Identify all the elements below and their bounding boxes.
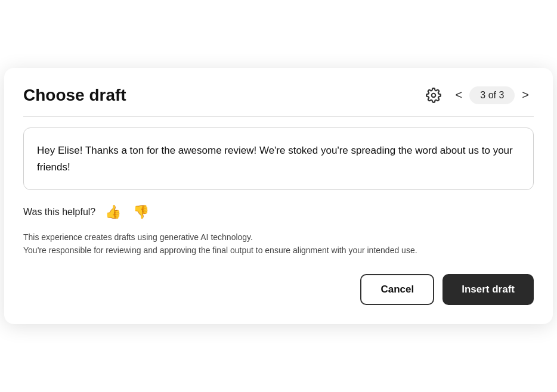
- prev-button[interactable]: <: [451, 85, 468, 105]
- draft-text: Hey Elise! Thanks a ton for the awesome …: [37, 142, 520, 175]
- helpful-label: Was this helpful?: [23, 207, 95, 217]
- header-controls: < 3 of 3 >: [423, 85, 534, 105]
- page-indicator: 3 of 3: [469, 86, 515, 104]
- dialog-header: Choose draft < 3 of 3 >: [23, 85, 534, 117]
- svg-point-0: [431, 94, 435, 98]
- chevron-left-icon: <: [456, 88, 463, 102]
- disclaimer-text: This experience creates drafts using gen…: [23, 231, 534, 257]
- draft-box: Hey Elise! Thanks a ton for the awesome …: [23, 127, 534, 189]
- action-buttons: Cancel Insert draft: [23, 274, 534, 305]
- thumbs-up-icon: 👍: [105, 204, 121, 220]
- choose-draft-dialog: Choose draft < 3 of 3 > Hey Elise! Thank…: [4, 68, 553, 323]
- thumbs-up-button[interactable]: 👍: [103, 203, 123, 221]
- disclaimer-line1: This experience creates drafts using gen…: [23, 232, 253, 242]
- helpful-row: Was this helpful? 👍 👎: [23, 203, 534, 221]
- thumbs-down-icon: 👎: [133, 204, 149, 220]
- next-button[interactable]: >: [517, 85, 534, 105]
- cancel-button[interactable]: Cancel: [360, 274, 434, 305]
- settings-button[interactable]: [423, 85, 444, 105]
- thumbs-down-button[interactable]: 👎: [131, 203, 151, 221]
- dialog-title: Choose draft: [23, 86, 126, 105]
- pagination-controls: < 3 of 3 >: [451, 85, 534, 105]
- insert-draft-button[interactable]: Insert draft: [442, 274, 534, 305]
- disclaimer-line2: You're responsible for reviewing and app…: [23, 245, 417, 255]
- chevron-right-icon: >: [522, 88, 529, 102]
- gear-icon: [426, 88, 441, 103]
